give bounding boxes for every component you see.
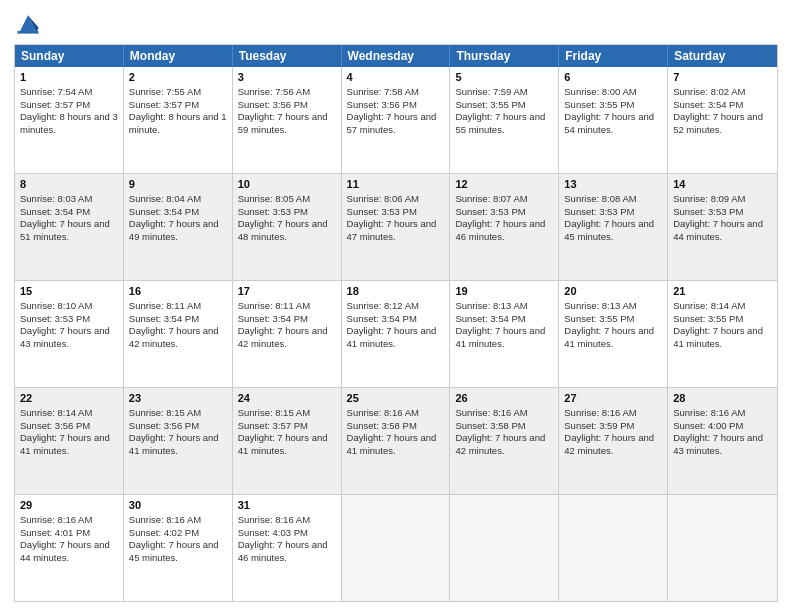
- daylight-text: Daylight: 7 hours and 46 minutes.: [238, 539, 328, 563]
- sunrise-text: Sunrise: 8:04 AM: [129, 193, 201, 204]
- day-cell-16: 16Sunrise: 8:11 AMSunset: 3:54 PMDayligh…: [124, 281, 233, 387]
- sunrise-text: Sunrise: 8:16 AM: [673, 407, 745, 418]
- day-cell-4: 4Sunrise: 7:58 AMSunset: 3:56 PMDaylight…: [342, 67, 451, 173]
- day-number: 19: [455, 284, 553, 299]
- sunrise-text: Sunrise: 8:11 AM: [238, 300, 310, 311]
- day-cell-11: 11Sunrise: 8:06 AMSunset: 3:53 PMDayligh…: [342, 174, 451, 280]
- sunrise-text: Sunrise: 8:05 AM: [238, 193, 310, 204]
- logo-icon: [14, 10, 42, 38]
- sunset-text: Sunset: 3:54 PM: [238, 313, 308, 324]
- day-cell-19: 19Sunrise: 8:13 AMSunset: 3:54 PMDayligh…: [450, 281, 559, 387]
- header-day-wednesday: Wednesday: [342, 45, 451, 67]
- day-number: 14: [673, 177, 772, 192]
- empty-cell: [668, 495, 777, 601]
- sunset-text: Sunset: 3:58 PM: [455, 420, 525, 431]
- sunrise-text: Sunrise: 8:16 AM: [20, 514, 92, 525]
- day-number: 24: [238, 391, 336, 406]
- day-number: 8: [20, 177, 118, 192]
- sunrise-text: Sunrise: 8:14 AM: [673, 300, 745, 311]
- sunrise-text: Sunrise: 8:16 AM: [564, 407, 636, 418]
- day-cell-23: 23Sunrise: 8:15 AMSunset: 3:56 PMDayligh…: [124, 388, 233, 494]
- daylight-text: Daylight: 7 hours and 41 minutes.: [129, 432, 219, 456]
- sunset-text: Sunset: 3:58 PM: [347, 420, 417, 431]
- sunrise-text: Sunrise: 7:59 AM: [455, 86, 527, 97]
- day-cell-10: 10Sunrise: 8:05 AMSunset: 3:53 PMDayligh…: [233, 174, 342, 280]
- daylight-text: Daylight: 8 hours and 3 minutes.: [20, 111, 118, 135]
- sunset-text: Sunset: 4:01 PM: [20, 527, 90, 538]
- calendar-row-5: 29Sunrise: 8:16 AMSunset: 4:01 PMDayligh…: [15, 494, 777, 601]
- day-number: 4: [347, 70, 445, 85]
- calendar-row-1: 1Sunrise: 7:54 AMSunset: 3:57 PMDaylight…: [15, 67, 777, 173]
- day-cell-5: 5Sunrise: 7:59 AMSunset: 3:55 PMDaylight…: [450, 67, 559, 173]
- sunset-text: Sunset: 3:56 PM: [20, 420, 90, 431]
- day-number: 5: [455, 70, 553, 85]
- day-cell-9: 9Sunrise: 8:04 AMSunset: 3:54 PMDaylight…: [124, 174, 233, 280]
- sunset-text: Sunset: 3:54 PM: [347, 313, 417, 324]
- logo: [14, 10, 46, 38]
- daylight-text: Daylight: 7 hours and 48 minutes.: [238, 218, 328, 242]
- day-number: 12: [455, 177, 553, 192]
- day-number: 27: [564, 391, 662, 406]
- day-cell-25: 25Sunrise: 8:16 AMSunset: 3:58 PMDayligh…: [342, 388, 451, 494]
- header-day-saturday: Saturday: [668, 45, 777, 67]
- daylight-text: Daylight: 7 hours and 54 minutes.: [564, 111, 654, 135]
- sunrise-text: Sunrise: 8:09 AM: [673, 193, 745, 204]
- header-day-thursday: Thursday: [450, 45, 559, 67]
- day-number: 25: [347, 391, 445, 406]
- daylight-text: Daylight: 7 hours and 47 minutes.: [347, 218, 437, 242]
- sunrise-text: Sunrise: 8:07 AM: [455, 193, 527, 204]
- sunrise-text: Sunrise: 8:00 AM: [564, 86, 636, 97]
- sunset-text: Sunset: 3:53 PM: [564, 206, 634, 217]
- page: SundayMondayTuesdayWednesdayThursdayFrid…: [0, 0, 792, 612]
- day-cell-24: 24Sunrise: 8:15 AMSunset: 3:57 PMDayligh…: [233, 388, 342, 494]
- day-cell-14: 14Sunrise: 8:09 AMSunset: 3:53 PMDayligh…: [668, 174, 777, 280]
- daylight-text: Daylight: 7 hours and 41 minutes.: [673, 325, 763, 349]
- sunrise-text: Sunrise: 7:56 AM: [238, 86, 310, 97]
- day-number: 16: [129, 284, 227, 299]
- day-cell-12: 12Sunrise: 8:07 AMSunset: 3:53 PMDayligh…: [450, 174, 559, 280]
- sunset-text: Sunset: 3:56 PM: [347, 99, 417, 110]
- day-number: 20: [564, 284, 662, 299]
- daylight-text: Daylight: 7 hours and 59 minutes.: [238, 111, 328, 135]
- daylight-text: Daylight: 7 hours and 43 minutes.: [673, 432, 763, 456]
- sunrise-text: Sunrise: 8:02 AM: [673, 86, 745, 97]
- sunset-text: Sunset: 3:59 PM: [564, 420, 634, 431]
- daylight-text: Daylight: 7 hours and 55 minutes.: [455, 111, 545, 135]
- sunrise-text: Sunrise: 8:16 AM: [455, 407, 527, 418]
- daylight-text: Daylight: 7 hours and 42 minutes.: [238, 325, 328, 349]
- sunset-text: Sunset: 3:54 PM: [673, 99, 743, 110]
- day-number: 30: [129, 498, 227, 513]
- daylight-text: Daylight: 8 hours and 1 minute.: [129, 111, 227, 135]
- day-cell-6: 6Sunrise: 8:00 AMSunset: 3:55 PMDaylight…: [559, 67, 668, 173]
- sunrise-text: Sunrise: 7:54 AM: [20, 86, 92, 97]
- daylight-text: Daylight: 7 hours and 51 minutes.: [20, 218, 110, 242]
- sunrise-text: Sunrise: 8:06 AM: [347, 193, 419, 204]
- daylight-text: Daylight: 7 hours and 57 minutes.: [347, 111, 437, 135]
- day-number: 9: [129, 177, 227, 192]
- sunset-text: Sunset: 3:57 PM: [129, 99, 199, 110]
- header: [14, 10, 778, 38]
- daylight-text: Daylight: 7 hours and 45 minutes.: [129, 539, 219, 563]
- sunset-text: Sunset: 4:02 PM: [129, 527, 199, 538]
- day-cell-29: 29Sunrise: 8:16 AMSunset: 4:01 PMDayligh…: [15, 495, 124, 601]
- sunrise-text: Sunrise: 8:16 AM: [238, 514, 310, 525]
- sunset-text: Sunset: 3:54 PM: [455, 313, 525, 324]
- sunrise-text: Sunrise: 8:15 AM: [238, 407, 310, 418]
- sunset-text: Sunset: 3:56 PM: [238, 99, 308, 110]
- daylight-text: Daylight: 7 hours and 41 minutes.: [347, 325, 437, 349]
- sunrise-text: Sunrise: 8:16 AM: [347, 407, 419, 418]
- sunrise-text: Sunrise: 7:58 AM: [347, 86, 419, 97]
- day-number: 21: [673, 284, 772, 299]
- sunset-text: Sunset: 3:53 PM: [455, 206, 525, 217]
- sunset-text: Sunset: 3:53 PM: [20, 313, 90, 324]
- header-day-monday: Monday: [124, 45, 233, 67]
- sunset-text: Sunset: 3:55 PM: [455, 99, 525, 110]
- sunrise-text: Sunrise: 8:08 AM: [564, 193, 636, 204]
- sunset-text: Sunset: 3:56 PM: [129, 420, 199, 431]
- daylight-text: Daylight: 7 hours and 43 minutes.: [20, 325, 110, 349]
- day-cell-31: 31Sunrise: 8:16 AMSunset: 4:03 PMDayligh…: [233, 495, 342, 601]
- day-cell-26: 26Sunrise: 8:16 AMSunset: 3:58 PMDayligh…: [450, 388, 559, 494]
- sunset-text: Sunset: 3:54 PM: [129, 206, 199, 217]
- sunrise-text: Sunrise: 8:13 AM: [564, 300, 636, 311]
- day-number: 22: [20, 391, 118, 406]
